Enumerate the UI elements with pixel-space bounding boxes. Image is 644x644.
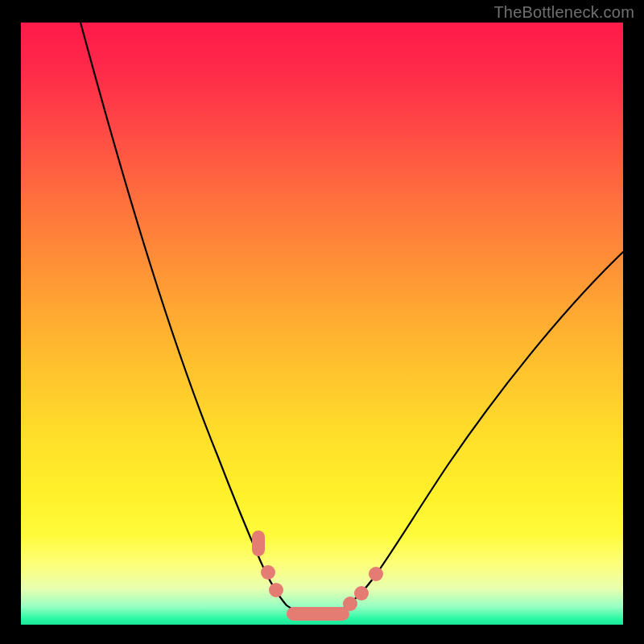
curve-marker	[261, 565, 275, 580]
curve-marker	[269, 583, 283, 597]
curve-marker	[343, 597, 357, 611]
bottleneck-curve-path	[80, 23, 623, 614]
curve-marker	[252, 530, 265, 556]
chart-plot-area	[21, 23, 623, 625]
bottleneck-curve-svg	[21, 23, 623, 625]
curve-marker-minimum	[287, 607, 349, 621]
curve-marker	[354, 586, 369, 601]
curve-marker	[369, 567, 383, 581]
watermark-text: TheBottleneck.com	[493, 3, 634, 22]
